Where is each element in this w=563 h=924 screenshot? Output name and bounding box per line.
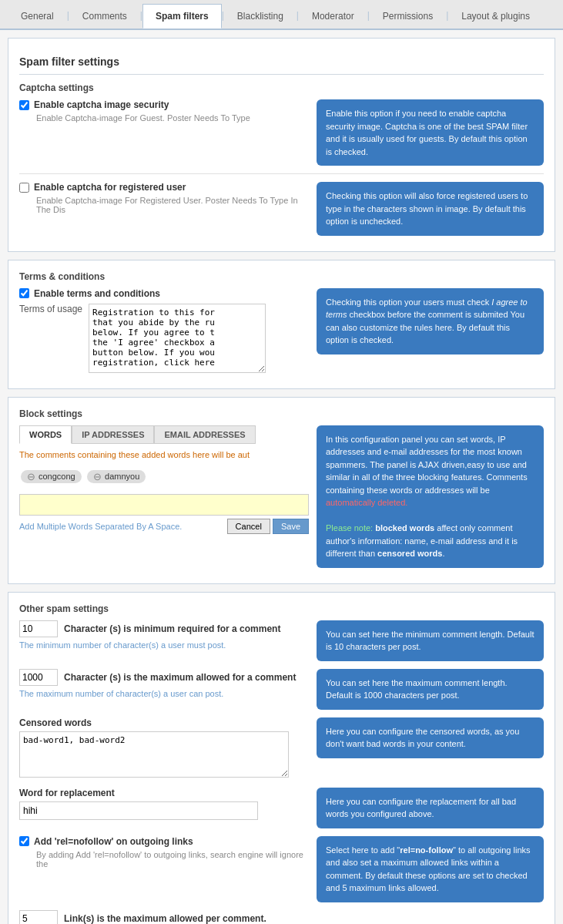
tag-congcong-label: congcong — [39, 472, 75, 481]
max-char-hint: The maximum number of character(s) a use… — [19, 689, 309, 698]
block-tab-email[interactable]: EMAIL ADDRESSES — [154, 425, 255, 444]
min-char-hint: The minimum number of character(s) a use… — [19, 640, 309, 650]
nofollow-label: Add 'rel=nofollow' on outgoing links — [34, 836, 193, 847]
min-char-row: Character (s) is minimum required for a … — [19, 620, 544, 661]
block-tab-ip[interactable]: IP ADDRESSES — [72, 425, 154, 444]
other-spam-title: Other spam settings — [19, 603, 544, 614]
tab-comments[interactable]: Comments — [69, 4, 140, 29]
tab-blacklisting[interactable]: Blacklisting — [224, 4, 297, 29]
replacement-left: Word for replacement — [19, 788, 309, 820]
max-links-input[interactable] — [19, 910, 58, 925]
max-links-left: Link(s) is the maximum allowed per comme… — [19, 910, 544, 925]
captcha-registered-hint: Enable Captcha-image For Registered User… — [36, 196, 309, 214]
terms-checkbox[interactable] — [19, 288, 29, 298]
block-tab-words[interactable]: WORDS — [19, 425, 72, 444]
tag-damnyou-remove[interactable]: ⊖ — [93, 472, 102, 482]
captcha-image-checkbox-row: Enable captcha image security — [19, 99, 309, 110]
min-char-tooltip: You can set here the minimum comment len… — [317, 620, 544, 661]
min-char-input-row: Character (s) is minimum required for a … — [19, 620, 309, 637]
captcha-section: Captcha settings Enable captcha image se… — [19, 82, 544, 236]
word-hint-row: Add Multiple Words Separated By A Space.… — [19, 519, 309, 534]
max-char-row: Character (s) is the maximum allowed for… — [19, 669, 544, 710]
tag-congcong: ⊖ congcong — [21, 470, 82, 483]
tab-permissions[interactable]: Permissions — [370, 4, 446, 29]
max-char-left: Character (s) is the maximum allowed for… — [19, 669, 309, 704]
tab-bar: General | Comments | Spam filters | Blac… — [0, 0, 563, 30]
tab-layout-plugins[interactable]: Layout & plugins — [448, 4, 543, 29]
main-content: Spam filter settings Captcha settings En… — [0, 30, 563, 924]
word-input[interactable] — [19, 494, 309, 516]
min-char-left: Character (s) is minimum required for a … — [19, 620, 309, 656]
spam-filter-title: Spam filter settings — [19, 49, 544, 75]
block-section: Block settings WORDS IP ADDRESSES EMAIL … — [8, 397, 555, 584]
captcha-registered-left: Enable captcha for registered user Enabl… — [19, 182, 309, 214]
spam-filter-header-box: Spam filter settings Captcha settings En… — [8, 38, 555, 252]
terms-tooltip: Checking this option your users must che… — [317, 288, 544, 354]
max-char-input-row: Character (s) is the maximum allowed for… — [19, 669, 309, 686]
tags-area: ⊖ congcong ⊖ damnyou — [19, 464, 309, 489]
replacement-tooltip: Here you can configure the replacement f… — [317, 788, 544, 828]
captcha-registered-row: Enable captcha for registered user Enabl… — [19, 182, 544, 236]
nofollow-left: Add 'rel=nofollow' on outgoing links By … — [19, 836, 309, 869]
censored-textarea[interactable] — [19, 731, 289, 778]
captcha-image-label: Enable captcha image security — [34, 99, 169, 110]
save-button[interactable]: Save — [273, 519, 309, 534]
tab-general[interactable]: General — [8, 4, 67, 29]
tag-damnyou: ⊖ damnyou — [87, 470, 146, 483]
spam-note: The comments containing these added word… — [19, 450, 309, 459]
max-links-input-row: Link(s) is the maximum allowed per comme… — [19, 910, 544, 925]
replacement-input[interactable] — [19, 801, 258, 820]
censored-left: Censored words — [19, 717, 309, 780]
captcha-image-hint: Enable Captcha-image For Guest. Poster N… — [36, 113, 309, 123]
replacement-row: Word for replacement Here you can config… — [19, 788, 544, 828]
captcha-title: Captcha settings — [19, 82, 544, 93]
terms-usage-label: Terms of usage — [19, 304, 82, 314]
tab-moderator[interactable]: Moderator — [299, 4, 367, 29]
max-char-tooltip: You can set here the maximum comment len… — [317, 669, 544, 710]
nofollow-row: Add 'rel=nofollow' on outgoing links By … — [19, 836, 544, 902]
captcha-registered-label: Enable captcha for registered user — [34, 182, 186, 193]
tag-congcong-remove[interactable]: ⊖ — [27, 472, 35, 482]
captcha-image-left: Enable captcha image security Enable Cap… — [19, 99, 309, 123]
replacement-label: Word for replacement — [19, 788, 309, 798]
censored-tooltip: Here you can configure the censored word… — [317, 717, 544, 758]
min-char-input[interactable] — [19, 620, 58, 637]
max-char-input[interactable] — [19, 669, 58, 686]
block-tabs: WORDS IP ADDRESSES EMAIL ADDRESSES — [19, 425, 309, 444]
captcha-registered-checkbox[interactable] — [19, 183, 29, 193]
block-tooltip: In this configuration panel you can set … — [317, 425, 544, 568]
block-title: Block settings — [19, 408, 544, 419]
min-char-label: Character (s) is minimum required for a … — [64, 623, 280, 634]
max-links-row: Link(s) is the maximum allowed per comme… — [19, 910, 544, 925]
captcha-image-checkbox[interactable] — [19, 100, 29, 110]
captcha-image-tooltip: Enable this option if you need to enable… — [317, 99, 544, 166]
word-input-row — [19, 494, 309, 516]
nofollow-checkbox-row: Add 'rel=nofollow' on outgoing links — [19, 836, 309, 847]
terms-title: Terms & conditions — [19, 271, 544, 282]
tag-damnyou-label: damnyou — [105, 472, 139, 481]
block-left: WORDS IP ADDRESSES EMAIL ADDRESSES The c… — [19, 425, 309, 534]
terms-left: Enable terms and conditions Terms of usa… — [19, 288, 309, 373]
terms-textarea[interactable]: Registration to this for that you abide … — [89, 304, 266, 373]
censored-words-row: Censored words Here you can configure th… — [19, 717, 544, 780]
captcha-registered-checkbox-row: Enable captcha for registered user — [19, 182, 309, 193]
other-spam-section: Other spam settings Character (s) is min… — [8, 592, 555, 925]
nofollow-tooltip: Select here to add "rel=no-follow" to al… — [317, 836, 544, 902]
max-char-label: Character (s) is the maximum allowed for… — [64, 672, 296, 683]
terms-label: Enable terms and conditions — [34, 288, 160, 299]
terms-usage-row: Terms of usage Registration to this for … — [19, 304, 309, 373]
word-hint-text: Add Multiple Words Separated By A Space. — [19, 522, 182, 531]
terms-section: Terms & conditions Enable terms and cond… — [8, 260, 555, 389]
word-buttons: Cancel Save — [227, 519, 309, 534]
max-links-label: Link(s) is the maximum allowed per comme… — [64, 913, 266, 924]
terms-checkbox-row: Enable terms and conditions — [19, 288, 309, 299]
nofollow-checkbox[interactable] — [19, 836, 29, 846]
captcha-registered-tooltip: Checking this option will also force reg… — [317, 182, 544, 236]
censored-label: Censored words — [19, 717, 309, 728]
cancel-button[interactable]: Cancel — [227, 519, 270, 534]
tab-spam-filters[interactable]: Spam filters — [142, 4, 222, 29]
block-content-row: WORDS IP ADDRESSES EMAIL ADDRESSES The c… — [19, 425, 544, 568]
captcha-image-row: Enable captcha image security Enable Cap… — [19, 99, 544, 166]
nofollow-hint: By adding Add 'rel=nofollow' to outgoing… — [36, 850, 309, 869]
captcha-divider — [19, 173, 544, 174]
